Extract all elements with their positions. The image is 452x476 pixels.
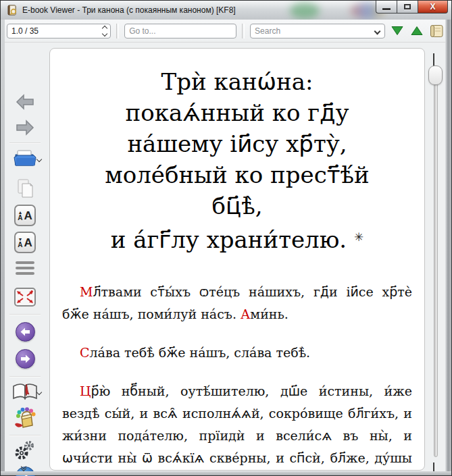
previous-page-icon: [16, 322, 35, 342]
toc-toggle-button[interactable]: [429, 22, 445, 40]
find-previous-icon: [411, 26, 423, 36]
heading-line: моле́бный ко прест҃ѣ́й: [62, 159, 412, 190]
page-slider-track[interactable]: [434, 65, 438, 457]
font-smaller-icon: ▼AA: [14, 232, 36, 253]
prayer-paragraph: Мл҃твами ст҃ы́хъ ѻте́цъ на́шихъ, гд҃и іи…: [62, 281, 412, 325]
window-border-left: [1, 20, 5, 475]
goto-field-wrap: [124, 24, 236, 38]
spin-up-icon: [102, 25, 107, 30]
spin-down-icon: [102, 30, 107, 36]
toolbar-separator: [116, 24, 119, 38]
initial-letter: А: [241, 307, 250, 321]
minimize-icon: [382, 8, 391, 10]
search-input[interactable]: [250, 24, 385, 38]
goto-input[interactable]: [124, 24, 236, 38]
prayer-paragraph: Цр҃ю̀ нб҃ный, оутѣ́шителю, дш҃е и́стины,…: [62, 380, 412, 471]
sidebar-separator: [9, 376, 41, 377]
aero-glass-reflection: [290, 3, 320, 19]
find-next-button[interactable]: [389, 22, 405, 40]
footnote-star-icon: ✳: [354, 230, 363, 244]
page-slider-thumb[interactable]: [428, 65, 443, 85]
font-larger-icon: ▲AA: [14, 205, 36, 226]
scroll-icon: [429, 23, 445, 39]
find-previous-button[interactable]: [409, 22, 425, 40]
close-button[interactable]: X: [418, 1, 448, 14]
load-theme-button[interactable]: [1, 407, 49, 430]
fullscreen-icon: [14, 287, 36, 307]
sidebar-separator: [9, 142, 41, 144]
sidebar-separator: [9, 314, 41, 315]
open-ebook-icon: [13, 148, 37, 169]
initial-letter: М: [80, 284, 93, 299]
back-arrow-icon: [16, 94, 34, 110]
spinner-stepper[interactable]: [103, 26, 107, 36]
copy-pages-icon: [14, 178, 36, 199]
book-page: Трѝ канѡ́на: покаѧ́нный ко гд҃у на́шему …: [49, 48, 425, 471]
heading-line: Трѝ канѡ́на:: [62, 66, 412, 97]
toc-lines-icon: [16, 261, 34, 275]
sidebar-separator: [9, 435, 41, 436]
next-page-button[interactable]: [1, 349, 49, 369]
font-size-larger-button[interactable]: ▲AA: [1, 205, 49, 226]
font-size-smaller-button[interactable]: ▼AA: [1, 232, 49, 253]
side-toolbar: ▲AA ▼AA: [1, 43, 49, 471]
forward-arrow-icon: [16, 120, 34, 136]
back-button[interactable]: [1, 94, 49, 110]
heading-line: бц҃ѣ̀,: [62, 190, 412, 221]
initial-letter: Ц: [80, 384, 91, 398]
chevron-up-icon: [433, 53, 434, 66]
window-controls: X: [376, 1, 448, 14]
maximize-button[interactable]: [397, 1, 418, 14]
window-border-bottom: [1, 471, 451, 475]
preferences-button[interactable]: [1, 440, 49, 461]
app-book-icon: [6, 4, 18, 16]
find-next-icon: [391, 26, 403, 36]
top-toolbar: [1, 20, 451, 43]
heading-line: и а́гг҃лу храни́телю. ✳: [62, 221, 412, 255]
chevron-down-icon: [36, 157, 42, 162]
heading-line: на́шему іи҃су хр҃ту̀,: [62, 128, 412, 159]
toolbar-overflow-button[interactable]: [22, 465, 26, 471]
table-of-contents-button[interactable]: [1, 261, 49, 275]
paint-bucket-icon: [13, 407, 37, 430]
heading-line: покаѧ́нный ко гд҃у: [62, 97, 412, 128]
window-border-right: [445, 20, 451, 475]
scroll-up-button[interactable]: [433, 53, 434, 65]
gears-icon: [14, 440, 36, 461]
window-title: E-book Viewer - Три канона (с покаянным …: [22, 5, 236, 15]
book-heading: Трѝ канѡ́на: покаѧ́нный ко гд҃у на́шему …: [62, 66, 412, 255]
copy-button[interactable]: [1, 178, 49, 199]
initial-letter: С: [80, 345, 90, 360]
chevron-down-icon: [36, 390, 42, 395]
prayer-paragraph: Сла́ва тебѣ̀ бж҃е на́шъ, сла́ва тебѣ̀.: [62, 342, 412, 364]
previous-page-button[interactable]: [1, 322, 49, 342]
search-combobox[interactable]: [250, 24, 385, 38]
minimize-button[interactable]: [376, 1, 397, 14]
open-ebook-dropdown[interactable]: [37, 157, 41, 161]
title-bar[interactable]: E-book Viewer - Три канона (с покаянным …: [1, 1, 451, 20]
bookmark-book-icon: [11, 381, 39, 402]
bookmark-dropdown[interactable]: [37, 390, 41, 394]
forward-button[interactable]: [1, 120, 49, 136]
close-icon: X: [430, 3, 435, 11]
maximize-icon: [404, 4, 411, 9]
page-number-input[interactable]: [7, 24, 111, 38]
fullscreen-button[interactable]: [1, 287, 49, 307]
toolbar-separator: [242, 24, 245, 38]
page-number-spinner[interactable]: [7, 24, 111, 38]
ebook-viewer-window: E-book Viewer - Три канона (с покаянным …: [0, 0, 452, 476]
next-page-icon: [16, 349, 35, 369]
